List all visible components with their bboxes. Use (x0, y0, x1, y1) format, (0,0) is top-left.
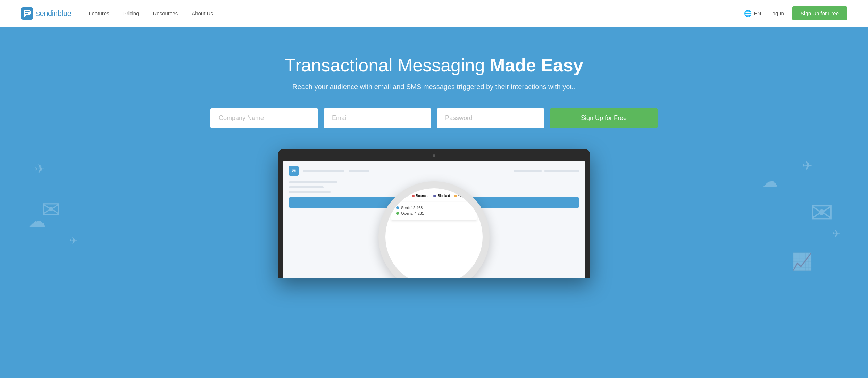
laptop-screen: ✉ (283, 161, 585, 278)
language-selector[interactable]: 🌐 EN (744, 10, 761, 17)
sent-label: Sent: 12,468 (401, 206, 423, 210)
nav-features[interactable]: Features (89, 10, 109, 16)
sent-bullet (396, 206, 399, 209)
clickers-label: Clickers (395, 194, 408, 198)
language-label: EN (754, 10, 761, 16)
signup-button-nav[interactable]: Sign Up for Free (792, 6, 847, 20)
opens-bullet (396, 212, 399, 215)
password-input[interactable] (437, 108, 544, 128)
screen-sidebar-line-2 (289, 186, 324, 188)
clickers-dot (391, 195, 394, 197)
screen-bars-right (514, 170, 579, 172)
laptop-mockup: ✉ (14, 149, 854, 278)
bounces-dot (412, 195, 415, 197)
legend-complaint: Complaint (454, 194, 474, 198)
globe-icon: 🌐 (744, 10, 752, 17)
hero-title-normal: Transactional Messaging (285, 55, 490, 75)
laptop-camera (433, 154, 435, 157)
magnifier-content: Clickers Bounces Blocked (385, 188, 483, 229)
mag-legend: Clickers Bounces Blocked (391, 194, 477, 198)
complaint-label: Complaint (458, 194, 474, 198)
screen-sidebar-line-1 (289, 181, 337, 183)
navbar: sendinblue Features Pricing Resources Ab… (0, 0, 868, 27)
email-input[interactable] (324, 108, 431, 128)
hero-title-bold: Made Easy (490, 55, 583, 75)
screen-topbar: ✉ (289, 166, 579, 176)
logo[interactable]: sendinblue (21, 7, 71, 20)
nav-links: Features Pricing Resources About Us (89, 10, 744, 16)
screen-sidebar-line-3 (289, 191, 331, 193)
hero-subtitle: Reach your audience with email and SMS m… (14, 83, 854, 91)
legend-bounces: Bounces (412, 194, 429, 198)
screen-bar-1 (303, 170, 344, 172)
nav-right: 🌐 EN Log In Sign Up for Free (744, 6, 847, 20)
blocked-dot (433, 195, 436, 197)
hero-section: ✈ ☁ ✉ ✈ ✈ ☁ ✉ ✈ 📈 Transactional Messagin… (0, 27, 868, 339)
magnifier-overlay: Clickers Bounces Blocked (378, 181, 490, 278)
logo-text: sendinblue (36, 9, 71, 18)
laptop-frame: ✉ (278, 149, 590, 278)
signup-form: Sign Up for Free (14, 108, 854, 128)
complaint-dot (454, 195, 457, 197)
screen-logo-icon: ✉ (289, 166, 299, 176)
signup-button-hero[interactable]: Sign Up for Free (550, 108, 658, 128)
nav-about[interactable]: About Us (192, 10, 213, 16)
laptop-bezel: ✉ (278, 149, 590, 278)
legend-blocked: Blocked (433, 194, 450, 198)
sendinblue-logo-icon (21, 7, 33, 20)
hero-title: Transactional Messaging Made Easy (14, 54, 854, 76)
bounces-label: Bounces (416, 194, 429, 198)
stat-opens: Opens: 4,231 (396, 211, 472, 215)
stat-sent: Sent: 12,468 (396, 206, 472, 210)
blocked-label: Blocked (437, 194, 450, 198)
login-link[interactable]: Log In (769, 10, 784, 16)
company-name-input[interactable] (210, 108, 318, 128)
opens-label: Opens: 4,231 (401, 211, 424, 215)
nav-resources[interactable]: Resources (153, 10, 178, 16)
screen-bar-4 (544, 170, 579, 172)
screen-content: ✉ (283, 161, 585, 278)
nav-pricing[interactable]: Pricing (123, 10, 139, 16)
screen-bar-3 (514, 170, 542, 172)
screen-bar-2 (349, 170, 369, 172)
mag-stats-box: Sent: 12,468 Opens: 4,231 (391, 202, 477, 221)
